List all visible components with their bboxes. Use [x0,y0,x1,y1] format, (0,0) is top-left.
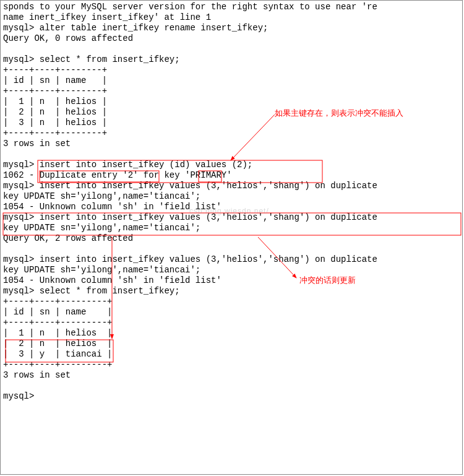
mysql-terminal-output: sponds to your MySQL server version for … [3,2,377,402]
screenshot-frame: sponds to your MySQL server version for … [0,0,463,475]
annotation-conflict-update: 冲突的话则更新 [299,275,356,285]
annotation-primary-key-conflict: 如果主键存在，则表示冲突不能插入 [275,108,403,118]
watermark-text: csp.hiog.wiesdn.net/ [189,206,269,217]
